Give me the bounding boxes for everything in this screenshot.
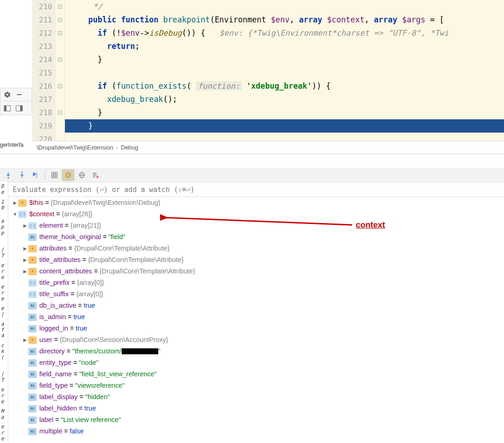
expand-arrow-icon[interactable]: ▶ bbox=[12, 197, 18, 208]
variable-row[interactable]: ▶01field_type = "viewsreference" bbox=[8, 380, 504, 391]
editor-side-toolbar bbox=[0, 88, 32, 115]
variable-row[interactable]: ▶01directory = "themes/custom/" bbox=[8, 346, 504, 357]
variable-row[interactable]: ▶≡content_attributes = {Drupal\Core\Temp… bbox=[8, 266, 504, 277]
prim-type-icon: 01 bbox=[28, 314, 37, 321]
arr-type-icon: ⋮⋮ bbox=[18, 211, 27, 218]
variable-value: {Drupal\Core\Template\Attribute} bbox=[100, 266, 195, 277]
breadcrumb[interactable]: \Drupal\devel\Twig\Extension › Debug bbox=[32, 141, 504, 154]
expand-arrow-icon[interactable]: ▶ bbox=[22, 243, 28, 254]
variable-value: {Drupal\Core\Template\Attribute} bbox=[88, 254, 184, 266]
variable-row[interactable]: ▶01field_name = "field_list_view_referen… bbox=[8, 368, 504, 380]
variable-name: is_admin bbox=[39, 311, 66, 323]
obj-type-icon: ≡ bbox=[28, 256, 37, 264]
expand-arrow-icon[interactable]: ▶ bbox=[22, 334, 28, 346]
variable-name: title_suffix bbox=[39, 288, 69, 300]
variable-name: entity_type bbox=[39, 357, 71, 368]
variable-value: {array[26]} bbox=[62, 208, 92, 220]
variable-value: "List view reference" bbox=[61, 414, 121, 426]
variable-row[interactable]: ▶01label_hidden = true bbox=[8, 403, 504, 414]
chevron-right-icon: › bbox=[116, 144, 118, 151]
variable-value: {array[0]} bbox=[76, 288, 103, 300]
variable-row[interactable]: ▶01logged_in = true bbox=[8, 323, 504, 334]
prim-type-icon: 01 bbox=[28, 302, 37, 310]
variable-value: true bbox=[84, 300, 95, 311]
run-to-cursor-icon[interactable] bbox=[29, 169, 42, 181]
prim-type-icon: 01 bbox=[28, 416, 37, 424]
variable-row[interactable]: ▶01entity_type = "node" bbox=[8, 357, 504, 368]
expand-arrow-icon[interactable]: ▶ bbox=[22, 220, 28, 231]
variable-row[interactable]: ▶01multiple = false bbox=[8, 426, 504, 437]
variable-name: user bbox=[39, 334, 52, 346]
variable-value: true bbox=[75, 323, 87, 334]
variable-name: $this bbox=[29, 197, 43, 208]
variable-name: element bbox=[39, 220, 63, 231]
variable-row[interactable]: ▶01label_display = "hidden" bbox=[8, 391, 504, 403]
obj-type-icon: ≡ bbox=[28, 268, 37, 275]
gear-icon[interactable] bbox=[3, 91, 11, 99]
variable-row[interactable]: ▼⋮⋮$context = {array[26]} bbox=[8, 208, 504, 220]
expand-arrow-icon[interactable]: ▼ bbox=[12, 208, 18, 220]
code-editor[interactable]: gerInterfa 21021121221321421521621721821… bbox=[0, 0, 504, 141]
variable-row[interactable]: ▶≡$this = {Drupal\devel\Twig\Extension\D… bbox=[8, 197, 504, 208]
variable-value: {Drupal\devel\Twig\Extension\Debug} bbox=[51, 197, 160, 208]
left-truncated-text: gerInterfa bbox=[0, 142, 23, 148]
prim-type-icon: 01 bbox=[28, 371, 37, 378]
layout-left-icon[interactable] bbox=[3, 104, 11, 112]
variable-value: "field" bbox=[108, 231, 125, 243]
variable-value: {array[21]} bbox=[70, 220, 101, 231]
expand-arrow-icon[interactable]: ▶ bbox=[22, 266, 28, 277]
variable-row[interactable]: ▶01db_is_active = true bbox=[8, 300, 504, 311]
variable-row[interactable]: ▶≡user = {Drupal\Core\Session\AccountPro… bbox=[8, 334, 504, 346]
variable-value: {Drupal\Core\Session\AccountProxy} bbox=[60, 334, 168, 346]
debug-frames-strip[interactable]: De10app|Tereeree|af4ck(|TereMaereMa bbox=[0, 181, 8, 443]
fold-gutter[interactable] bbox=[56, 0, 65, 141]
variable-value: true bbox=[74, 311, 85, 323]
variable-name: field_name bbox=[39, 368, 72, 380]
variable-row[interactable]: ▶01theme_hook_original = "field" bbox=[8, 231, 504, 243]
variable-row[interactable]: ▶≡attributes = {Drupal\Core\Template\Att… bbox=[8, 243, 504, 254]
prim-type-icon: 01 bbox=[28, 405, 37, 412]
variable-name: field_type bbox=[39, 380, 68, 391]
svg-text:C: C bbox=[67, 173, 70, 177]
prim-type-icon: 01 bbox=[28, 234, 37, 241]
expand-arrow-icon[interactable]: ▶ bbox=[22, 254, 28, 266]
line-number-gutter: 210211212213214215216217218219220 bbox=[32, 0, 56, 141]
evaluate-expression-input[interactable] bbox=[13, 186, 499, 194]
breadcrumb-item[interactable]: Debug bbox=[121, 144, 138, 151]
breadcrumb-path[interactable]: \Drupal\devel\Twig\Extension bbox=[37, 144, 113, 151]
prim-type-icon: 01 bbox=[28, 348, 37, 355]
calculator-icon[interactable]: C bbox=[62, 169, 75, 181]
web-icon[interactable] bbox=[75, 169, 88, 181]
grid-icon[interactable] bbox=[48, 169, 61, 181]
code-content[interactable]: */ public function breakpoint(Environmen… bbox=[65, 0, 504, 141]
variable-value: "field_list_view_reference" bbox=[79, 368, 156, 380]
variable-name: label bbox=[39, 414, 54, 426]
svg-point-17 bbox=[8, 177, 9, 178]
layout-right-icon[interactable] bbox=[15, 104, 23, 112]
variable-row[interactable]: ▶⋮⋮title_prefix = {array[0]} bbox=[8, 277, 504, 288]
debugger-toolbar: C bbox=[0, 168, 504, 182]
arr-type-icon: ⋮⋮ bbox=[28, 222, 37, 230]
variable-name: db_is_active bbox=[39, 300, 76, 311]
svg-rect-0 bbox=[17, 94, 21, 95]
svg-point-18 bbox=[21, 171, 23, 173]
step-into-icon[interactable] bbox=[2, 169, 15, 181]
variable-row[interactable]: ▶01is_admin = true bbox=[8, 311, 504, 323]
add-watch-icon[interactable] bbox=[89, 169, 102, 181]
annotation-label: context bbox=[356, 220, 385, 230]
prim-type-icon: 01 bbox=[28, 359, 37, 367]
variable-value: {Drupal\Core\Template\Attribute} bbox=[74, 243, 170, 254]
variable-row[interactable]: ▶⋮⋮element = {array[21]} bbox=[8, 220, 504, 231]
variable-value: "themes/custom/ bbox=[72, 346, 122, 357]
minimize-icon[interactable] bbox=[15, 91, 23, 99]
step-out-icon[interactable] bbox=[16, 169, 28, 181]
variable-name: content_attributes bbox=[39, 266, 92, 277]
variables-tree[interactable]: ▶≡$this = {Drupal\devel\Twig\Extension\D… bbox=[8, 197, 504, 443]
variable-row[interactable]: ▶≡title_attributes = {Drupal\Core\Templa… bbox=[8, 254, 504, 266]
evaluate-expression-bar[interactable] bbox=[8, 182, 504, 197]
variable-row[interactable]: ▶01label = "List view reference" bbox=[8, 414, 504, 426]
obj-type-icon: ≡ bbox=[28, 336, 37, 344]
variable-row[interactable]: ▶⋮⋮title_suffix = {array[0]} bbox=[8, 288, 504, 300]
variable-value: {array[0]} bbox=[77, 277, 104, 288]
variable-name: attributes bbox=[39, 243, 67, 254]
